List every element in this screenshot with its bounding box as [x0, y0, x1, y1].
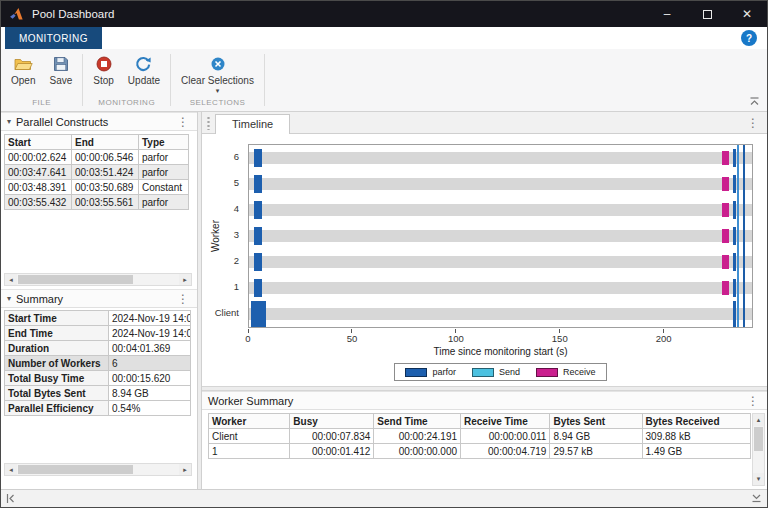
- scrollbar-thumb[interactable]: [754, 427, 763, 451]
- scroll-down-icon[interactable]: ▾: [753, 473, 764, 485]
- cell: 00:03:51.424: [72, 165, 139, 180]
- table-row[interactable]: Duration 00:04:01.369: [5, 341, 191, 356]
- scroll-left-icon[interactable]: ◂: [5, 274, 17, 285]
- collapse-ribbon-icon: [749, 97, 760, 106]
- summary-menu-button[interactable]: ⋮: [175, 293, 191, 305]
- scroll-up-icon[interactable]: ▴: [753, 414, 764, 426]
- cell: 00:00:01.412: [290, 444, 374, 459]
- collapse-section-icon[interactable]: ▾: [7, 117, 11, 126]
- table-row[interactable]: 1 00:00:01.412 00:00:00.000 00:00:04.719…: [209, 444, 751, 459]
- dropdown-caret-icon: ▾: [216, 88, 220, 93]
- scroll-left-icon[interactable]: ◂: [5, 464, 17, 475]
- clear-selections-icon: [210, 55, 226, 73]
- open-button[interactable]: Open: [8, 53, 38, 88]
- summary-header[interactable]: ▾ Summary ⋮: [1, 289, 197, 308]
- constructs-table: Start End Type 00:00:02.624 00:00:06.546…: [4, 134, 189, 210]
- cell: 00:00:04.719: [461, 444, 550, 459]
- cell: 00:03:50.689: [72, 180, 139, 195]
- table-row[interactable]: Total Bytes Sent 8.94 GB: [5, 386, 191, 401]
- x-tick-label: 0: [235, 333, 261, 344]
- ribbon-toolbar: Open Save FILE: [1, 49, 767, 112]
- cell: 309.88 kB: [642, 429, 750, 444]
- y-tick-label: 3: [203, 229, 239, 241]
- summary-label: Duration: [5, 341, 109, 356]
- x-tick-label: 50: [339, 333, 365, 344]
- stop-button[interactable]: Stop: [90, 53, 117, 88]
- summary-label: Start Time: [5, 311, 109, 326]
- summary-horizontal-scrollbar[interactable]: ◂ ▸: [4, 463, 192, 476]
- col-send-time[interactable]: Send Time: [374, 414, 461, 429]
- table-row[interactable]: 00:03:48.391 00:03:50.689 Constant: [5, 180, 189, 195]
- table-row[interactable]: Parallel Efficiency 0.54%: [5, 401, 191, 416]
- col-bytes-sent[interactable]: Bytes Sent: [550, 414, 642, 429]
- scrollbar-thumb[interactable]: [18, 275, 133, 284]
- col-end[interactable]: End: [72, 135, 139, 150]
- panel-drag-handle-icon[interactable]: [206, 116, 211, 130]
- tab-timeline[interactable]: Timeline: [215, 114, 290, 134]
- col-receive-time[interactable]: Receive Time: [461, 414, 550, 429]
- worker-summary-vertical-scrollbar[interactable]: ▴ ▾: [752, 413, 765, 486]
- cell: 00:03:48.391: [5, 180, 72, 195]
- legend-item-send: Send: [472, 367, 520, 377]
- col-busy[interactable]: Busy: [290, 414, 374, 429]
- table-row[interactable]: Start Time 2024-Nov-19 14:00:47.5: [5, 311, 191, 326]
- worker-summary-menu-button[interactable]: ⋮: [745, 395, 761, 407]
- cell: 00:00:07.834: [290, 429, 374, 444]
- maximize-icon: [703, 10, 712, 19]
- table-row[interactable]: 00:00:02.624 00:00:06.546 parfor: [5, 150, 189, 165]
- clear-selections-button[interactable]: Clear Selections ▾: [178, 53, 257, 95]
- cell: parfor: [139, 165, 189, 180]
- tab-monitoring[interactable]: MONITORING: [5, 27, 102, 49]
- table-row[interactable]: Number of Workers 6: [5, 356, 191, 371]
- scrollbar-track: [134, 464, 179, 475]
- collapse-down-icon: [751, 494, 762, 503]
- legend-label: Receive: [563, 367, 596, 377]
- table-row[interactable]: End Time 2024-Nov-19 14:04:48.9: [5, 326, 191, 341]
- collapse-section-icon[interactable]: ▾: [7, 294, 11, 303]
- timeline-plot[interactable]: [248, 144, 753, 328]
- parallel-constructs-header[interactable]: ▾ Parallel Constructs ⋮: [1, 112, 197, 131]
- window-controls: – ✕: [647, 1, 767, 27]
- table-row[interactable]: Client 00:00:07.834 00:00:24.191 00:00:0…: [209, 429, 751, 444]
- legend-item-parfor: parfor: [405, 367, 456, 377]
- update-button[interactable]: Update: [125, 53, 163, 88]
- scrollbar-thumb[interactable]: [18, 465, 133, 474]
- minimize-button[interactable]: –: [647, 1, 687, 27]
- timeline-menu-button[interactable]: ⋮: [745, 117, 761, 129]
- collapse-ribbon-button[interactable]: [749, 97, 760, 106]
- collapse-left-panel-button[interactable]: [6, 493, 15, 504]
- summary-value: 2024-Nov-19 14:04:48.9: [109, 326, 191, 341]
- constructs-menu-button[interactable]: ⋮: [175, 116, 191, 128]
- ribbon-group-selections: Clear Selections ▾ SELECTIONS: [171, 49, 264, 111]
- summary-table: Start Time 2024-Nov-19 14:00:47.5 End Ti…: [4, 310, 191, 416]
- close-button[interactable]: ✕: [727, 1, 767, 27]
- legend-label: Send: [499, 367, 520, 377]
- summary-label: Parallel Efficiency: [5, 401, 109, 416]
- cell: 00:00:00.000: [374, 444, 461, 459]
- collapse-bottom-panel-button[interactable]: [751, 494, 762, 503]
- table-row[interactable]: Total Busy Time 00:00:15.620: [5, 371, 191, 386]
- col-type[interactable]: Type: [139, 135, 189, 150]
- group-label-selections: SELECTIONS: [178, 95, 257, 111]
- summary-value: 0.54%: [109, 401, 191, 416]
- y-tick-label: 1: [203, 281, 239, 293]
- group-separator: [264, 54, 265, 106]
- legend-swatch-receive: [536, 368, 558, 377]
- constructs-horizontal-scrollbar[interactable]: ◂ ▸: [4, 273, 192, 286]
- col-bytes-received[interactable]: Bytes Received: [642, 414, 750, 429]
- x-tick-label: 150: [547, 333, 573, 344]
- worker-summary-header[interactable]: Worker Summary ⋮: [202, 391, 767, 410]
- maximize-button[interactable]: [687, 1, 727, 27]
- save-button[interactable]: Save: [46, 53, 75, 88]
- help-button[interactable]: ?: [741, 30, 757, 46]
- table-row[interactable]: 00:03:47.641 00:03:51.424 parfor: [5, 165, 189, 180]
- cell: 00:00:00.011: [461, 429, 550, 444]
- scroll-right-icon[interactable]: ▸: [179, 274, 191, 285]
- table-row[interactable]: 00:03:55.432 00:03:55.561 parfor: [5, 195, 189, 210]
- save-icon: [53, 55, 69, 73]
- col-start[interactable]: Start: [5, 135, 72, 150]
- col-worker[interactable]: Worker: [209, 414, 290, 429]
- y-tick-label: 5: [203, 177, 239, 189]
- scroll-right-icon[interactable]: ▸: [179, 464, 191, 475]
- cell: 1.49 GB: [642, 444, 750, 459]
